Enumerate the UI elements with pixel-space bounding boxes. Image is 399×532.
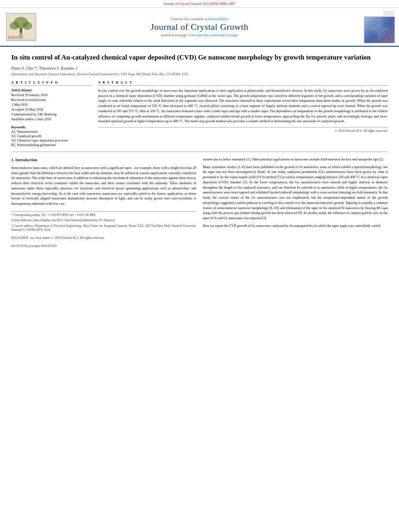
contents-available-line: Contents lists available at ScienceDirec… [37,17,362,21]
keyword-1: A1. Nanostructures [11,129,92,134]
cg-image [364,16,394,43]
issn-line: 0022-0248/$ - see front matter © 2010 El… [11,236,196,240]
journal-header: ELSEVIER Contents lists available at Sci… [0,8,399,47]
available-line: Available online 1 June 2010 [11,117,92,121]
keywords-label: Keywords: [11,125,92,129]
main-content: In situ control of Au-catalyzed chemical… [0,47,399,255]
affiliation: Information and Quantum Systems Laborato… [11,72,388,76]
body-right-column: straints due to lattice mismatch [1]. Ot… [203,157,388,249]
elsevier-tree-svg: ELSEVIER [6,14,35,39]
keyword-2: A3. Catalyzed growth [11,134,92,138]
article-title: In situ control of Au-catalyzed chemical… [11,53,388,62]
svg-point-2 [10,22,19,30]
section-divider [11,152,388,152]
doi-line: doi:10.1016/j.jcrysgro.2010.05.035 [11,244,196,249]
footnote-section: * Corresponding author. Tel.: +1 650 857… [11,211,196,232]
sciencedirect-link[interactable]: ScienceDirect [208,17,228,21]
journal-header-center: Contents lists available at ScienceDirec… [37,17,362,37]
top-bar: Journal of Crystal Growth 312 (2010) 249… [0,0,399,8]
abstract-text: In situ control over the growth morpholo… [98,88,388,124]
email-label: E-mail addresses: [11,218,33,222]
svg-point-3 [23,22,32,30]
received-revised-label: Received in revised form [11,98,92,102]
body-para-right-2: Many systematic studies [1–6] have been … [203,164,388,221]
cg-badge-label: CRYSTALGROWTH [383,11,394,16]
svg-text:ELSEVIER: ELSEVIER [8,36,23,39]
communicated-line: Communicated by J.M. Redwing [11,112,92,116]
article-info-abstract: A R T I C L E I N F O Article history: R… [11,81,388,147]
journal-citation: Journal of Crystal Growth 312 (2010) 249… [164,2,236,6]
elsevier-logo-box: ELSEVIER [6,13,36,41]
keyword-4: B2. Semiconducting germanium [11,143,92,147]
cg-svg [364,17,395,43]
article-info-header: A R T I C L E I N F O [11,81,92,86]
keyword-3: A3. Chemical vapor deposition processes [11,138,92,142]
copyright-line: © 2010 Elsevier B.V. All rights reserved… [98,127,388,133]
body-para-right-3: Here we report the CVD growth of Ge nano… [203,223,388,228]
footnote-email: E-mail addresses: hans.cho@hp.com (H.S. … [11,218,196,223]
revised-date: 1 May 2010 [11,103,92,107]
section1-title: 1. Introduction [11,157,196,163]
body-para-right-1: straints due to lattice mismatch [1]. Ot… [203,157,388,162]
body-left-column: 1. Introduction Semiconductor nanocones,… [11,157,196,249]
homepage-url[interactable]: www.elsevier.com/locate/jcrysgro [189,33,238,37]
footnote-note1: 1 Current address: Department of Electri… [11,224,196,232]
article-info-column: A R T I C L E I N F O Article history: R… [11,81,92,147]
body-section: 1. Introduction Semiconductor nanocones,… [11,157,388,249]
footnote-corresponding: * Corresponding author. Tel.: +1 650 857… [11,213,196,218]
abstract-header: A B S T R A C T [98,81,388,86]
article-history-label: Article history: [11,88,92,92]
authors: Hans S. Cho *, Theodore I. Kamins 1 [11,66,388,70]
journal-homepage-line: journal homepage: www.elsevier.com/locat… [37,33,362,37]
received-line: Received 19 January 2010 [11,93,92,97]
body-para-1: Semiconductor nanocones, which are defin… [11,165,196,206]
journal-title: Journal of Crystal Growth [37,22,362,32]
email2: kamins@stanford.edu (T.I. Kamins). [71,218,115,222]
contents-label: Contents lists available at [171,17,208,21]
homepage-label: journal homepage: [161,33,188,37]
abstract-column: A B S T R A C T In situ control over the… [98,81,388,147]
elsevier-logo: ELSEVIER [5,13,37,41]
history-label: Article history: [11,88,33,92]
email1: hans.cho@hp.com (H.S. Cho), [33,218,70,222]
crystal-growth-logo: CRYSTALGROWTH [362,11,394,43]
accepted-line: Accepted 25 May 2010 [11,107,92,111]
keywords-section: Keywords: A1. Nanostructures A3. Catalyz… [11,125,92,147]
